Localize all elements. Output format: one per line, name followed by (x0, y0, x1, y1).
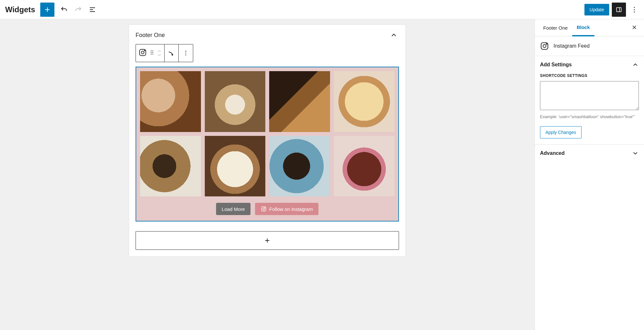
apply-changes-button[interactable]: Apply Changes (540, 126, 582, 138)
instagram-feed-block[interactable]: Load More Follow on Instagram (136, 67, 399, 222)
chevron-down-icon (632, 150, 639, 157)
svg-point-3 (634, 11, 635, 12)
svg-point-14 (185, 53, 186, 54)
page-title: Widgets (5, 5, 35, 14)
update-button[interactable]: Update (584, 4, 609, 15)
svg-point-5 (141, 51, 144, 54)
svg-point-9 (151, 52, 152, 53)
block-card: Instagram Feed (535, 36, 644, 56)
svg-point-1 (634, 7, 635, 8)
redo-button[interactable] (71, 3, 85, 17)
panel-add-settings: Add Settings SHORTCODE SETTINGS Example:… (535, 56, 644, 144)
close-icon (631, 24, 638, 31)
plus-icon (43, 6, 51, 14)
move-icon (168, 49, 175, 57)
svg-rect-0 (617, 7, 621, 12)
list-view-icon (89, 6, 96, 14)
svg-point-10 (152, 52, 153, 53)
move-to-area-button[interactable] (165, 44, 179, 62)
more-vertical-icon (183, 50, 189, 56)
feed-image[interactable] (205, 71, 266, 132)
svg-point-21 (546, 43, 547, 44)
feed-grid (140, 71, 394, 196)
instagram-icon[interactable] (138, 48, 147, 58)
feed-image[interactable] (269, 71, 330, 132)
close-sidebar-button[interactable] (629, 22, 640, 34)
svg-point-18 (265, 207, 266, 208)
svg-point-17 (263, 208, 265, 210)
drag-handle-icon[interactable] (149, 49, 155, 57)
svg-point-11 (151, 54, 152, 55)
chevron-down-icon (157, 53, 162, 57)
block-more-options[interactable] (179, 44, 193, 62)
feed-image[interactable] (334, 136, 395, 197)
shortcode-settings-input[interactable] (540, 81, 639, 110)
svg-point-7 (151, 51, 152, 52)
shortcode-settings-label: SHORTCODE SETTINGS (540, 73, 639, 78)
follow-instagram-button[interactable]: Follow on Instagram (255, 203, 318, 215)
plus-icon (264, 237, 271, 244)
collapse-area-button[interactable] (389, 30, 399, 40)
panel-advanced: Advanced (535, 144, 644, 162)
add-block-button[interactable] (40, 3, 54, 17)
feed-image[interactable] (334, 71, 395, 132)
chevron-up-icon (390, 31, 398, 39)
widget-area-footer-one: Footer One (129, 24, 406, 257)
widget-area-title: Footer One (136, 32, 165, 39)
instagram-icon (540, 42, 549, 51)
block-toolbar (136, 44, 193, 62)
block-appender[interactable] (136, 231, 399, 250)
svg-point-12 (152, 54, 153, 55)
svg-point-2 (634, 9, 635, 10)
feed-image[interactable] (205, 136, 266, 197)
settings-sidebar: Footer One Block Instagram Feed Add Sett… (535, 19, 644, 330)
redo-icon (74, 6, 82, 14)
feed-image[interactable] (140, 71, 201, 132)
svg-point-8 (152, 51, 153, 52)
editor-canvas: Footer One (0, 19, 535, 330)
move-up-down[interactable] (157, 50, 162, 57)
panel-toggle-add-settings[interactable]: Add Settings (535, 56, 644, 73)
load-more-button[interactable]: Load More (216, 203, 251, 215)
instagram-icon (261, 206, 267, 212)
list-view-button[interactable] (85, 3, 99, 17)
tab-block[interactable]: Block (572, 19, 594, 36)
chevron-up-icon (632, 61, 639, 68)
shortcode-hint: Example: 'user="smashballoon" showbutton… (540, 114, 639, 120)
svg-point-13 (185, 51, 186, 52)
svg-point-20 (543, 44, 546, 47)
svg-point-15 (185, 55, 186, 56)
more-options-button[interactable] (627, 3, 641, 17)
settings-panel-toggle[interactable] (612, 3, 626, 17)
chevron-up-icon (157, 50, 162, 53)
undo-button[interactable] (57, 3, 71, 17)
more-vertical-icon (630, 6, 638, 14)
follow-label: Follow on Instagram (269, 206, 313, 212)
sidebar-icon (615, 6, 622, 13)
top-toolbar: Widgets Update (0, 0, 644, 19)
block-name: Instagram Feed (554, 43, 590, 49)
svg-point-6 (144, 50, 145, 51)
feed-image[interactable] (140, 136, 201, 197)
feed-image[interactable] (269, 136, 330, 197)
undo-icon (60, 6, 68, 14)
panel-toggle-advanced[interactable]: Advanced (535, 145, 644, 162)
tab-widget-area[interactable]: Footer One (539, 20, 572, 36)
